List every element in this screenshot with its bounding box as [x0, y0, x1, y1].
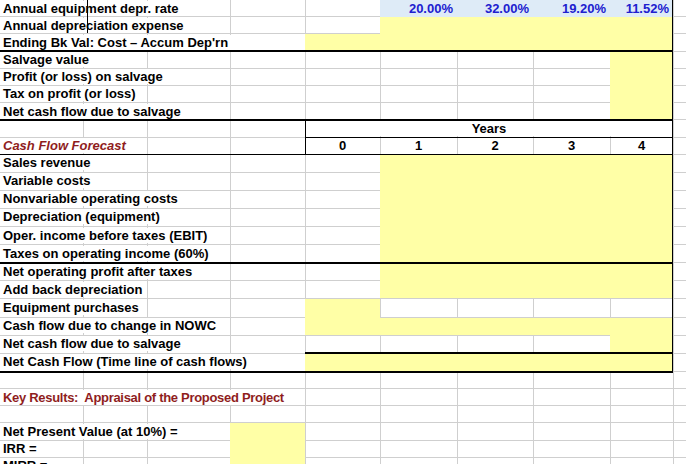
row-cff-title-and-year-cols: Cash Flow Forecast 0 1 2 3 4: [0, 138, 686, 155]
border-right-edge: [672, 0, 674, 372]
ebit-label: Oper. income before taxes (EBIT): [0, 228, 211, 243]
mirr-label: MIRR =: [0, 458, 51, 464]
row-nopat: Net operating profit after taxes: [0, 263, 686, 281]
mirr-input-cell[interactable]: [230, 458, 305, 464]
row-empty-2: [0, 406, 686, 423]
row-mirr: MIRR =: [0, 458, 686, 464]
net-cf-salvage-forecast-label: Net cash flow due to salvage: [0, 336, 185, 351]
row-irr: IRR =: [0, 441, 686, 458]
npv-label: Net Present Value (at 10%) =: [0, 424, 182, 439]
equipment-purchases-input-cell[interactable]: [305, 299, 380, 317]
ending-book-value-label: Ending Bk Val: Cost – Accum Dep'rn: [0, 35, 232, 50]
nopat-input-cells[interactable]: [380, 263, 673, 281]
depr-expense-input-cells[interactable]: [380, 17, 673, 34]
variable-costs-label: Variable costs: [0, 173, 94, 188]
depr-rate-year4-cell[interactable]: 11.52%: [610, 1, 673, 16]
sales-revenue-label: Sales revenue: [0, 155, 94, 170]
row-empty-1: [0, 372, 686, 389]
taxes-input-cells[interactable]: [380, 245, 673, 262]
net-cash-flow-label: Net Cash Flow (Time line of cash flows): [0, 354, 251, 369]
border-left-of-years-block: [305, 119, 306, 155]
add-back-depr-label: Add back depreciation: [0, 282, 146, 297]
row-salvage-value: Salvage value: [0, 52, 686, 69]
irr-input-cell[interactable]: [230, 441, 305, 458]
profit-on-salvage-label: Profit (or loss) on salvage: [0, 69, 167, 84]
annual-depr-rate-label: Annual equipment depr. rate: [0, 1, 183, 16]
year-col-header-1: 1: [380, 138, 457, 153]
salvage-value-label: Salvage value: [0, 52, 93, 67]
row-net-cf-salvage-forecast: Net cash flow due to salvage: [0, 336, 686, 354]
irr-label: IRR =: [0, 441, 41, 456]
nopat-label: Net operating profit after taxes: [0, 264, 196, 279]
row-variable-costs: Variable costs: [0, 173, 686, 191]
cell-cursor-artifact: [87, 0, 88, 33]
depr-rate-year3-cell[interactable]: 19.20%: [533, 1, 610, 16]
row-npv: Net Present Value (at 10%) =: [0, 423, 686, 440]
depreciation-equipment-input-cells[interactable]: [380, 209, 673, 227]
net-cf-salvage-input-cell[interactable]: [610, 103, 673, 119]
row-taxes-on-operating-income: Taxes on operating income (60%): [0, 245, 686, 263]
border-below-salvage-section: [0, 119, 673, 121]
nowc-label: Cash flow due to change in NOWC: [0, 318, 220, 333]
depr-rate-year2-cell[interactable]: 32.00%: [457, 1, 533, 16]
row-annual-depr-expense: Annual depreciation expense: [0, 17, 686, 34]
ebit-input-cells[interactable]: [380, 227, 673, 245]
tax-on-profit-label: Tax on profit (or loss): [0, 86, 140, 101]
tax-on-profit-input-cell[interactable]: [610, 86, 673, 103]
row-nowc-cash-flow: Cash flow due to change in NOWC: [0, 318, 686, 336]
row-net-cf-salvage: Net cash flow due to salvage: [0, 103, 686, 120]
row-nonvariable-costs: Nonvariable operating costs: [0, 191, 686, 209]
year-col-header-3: 3: [533, 138, 610, 153]
border-below-ending-book-value: [0, 50, 673, 52]
row-annual-depr-rate: Annual equipment depr. rate 20.00% 32.00…: [0, 0, 686, 17]
row-ending-book-value: Ending Bk Val: Cost – Accum Dep'rn: [0, 34, 686, 51]
row-key-results: Key Results: Appraisal of the Proposed P…: [0, 389, 686, 406]
row-depreciation-equipment: Depreciation (equipment): [0, 209, 686, 227]
key-results-title: Key Results: Appraisal of the Proposed P…: [0, 390, 288, 405]
equipment-purchases-label: Equipment purchases: [0, 300, 143, 315]
row-years-header: Years: [0, 120, 686, 137]
border-below-years-header: [305, 137, 673, 138]
spreadsheet-grid: Annual equipment depr. rate 20.00% 32.00…: [0, 0, 686, 464]
border-above-net-cash-flow: [305, 352, 673, 354]
net-cf-salvage-forecast-input-cell[interactable]: [610, 336, 673, 353]
nonvariable-costs-input-cells[interactable]: [380, 191, 673, 209]
cash-flow-forecast-title: Cash Flow Forecast: [0, 138, 130, 153]
profit-on-salvage-input-cell[interactable]: [610, 69, 673, 86]
nowc-input-cell-year4[interactable]: [610, 318, 673, 336]
year-col-header-4: 4: [610, 138, 673, 153]
nonvariable-costs-label: Nonvariable operating costs: [0, 191, 182, 206]
year-col-header-2: 2: [457, 138, 533, 153]
variable-costs-input-cells[interactable]: [380, 173, 673, 191]
depr-rate-year1-cell[interactable]: 20.00%: [380, 1, 457, 16]
taxes-label: Taxes on operating income (60%): [0, 246, 213, 261]
ending-book-value-input-cells[interactable]: [305, 34, 673, 50]
row-net-cash-flow: Net Cash Flow (Time line of cash flows): [0, 354, 686, 372]
row-add-back-depreciation: Add back depreciation: [0, 281, 686, 299]
depreciation-equipment-label: Depreciation (equipment): [0, 209, 164, 224]
border-below-net-cash-flow: [0, 371, 673, 373]
row-tax-on-profit: Tax on profit (or loss): [0, 86, 686, 103]
border-below-year-columns: [0, 154, 673, 155]
sales-revenue-input-cells[interactable]: [380, 155, 673, 173]
net-cf-salvage-label: Net cash flow due to salvage: [0, 104, 185, 119]
row-ebit: Oper. income before taxes (EBIT): [0, 227, 686, 245]
annual-depr-expense-label: Annual depreciation expense: [0, 18, 188, 33]
row-sales-revenue: Sales revenue: [0, 155, 686, 173]
year-col-header-0: 0: [305, 138, 380, 153]
row-equipment-purchases: Equipment purchases: [0, 299, 686, 317]
net-cash-flow-input-cells[interactable]: [305, 354, 673, 371]
add-back-depr-input-cells[interactable]: [380, 281, 673, 298]
border-below-taxes-row: [0, 262, 673, 264]
row-profit-on-salvage: Profit (or loss) on salvage: [0, 69, 686, 86]
salvage-value-input-cell[interactable]: [610, 52, 673, 69]
npv-input-cell[interactable]: [230, 423, 305, 440]
nowc-input-cells[interactable]: [305, 318, 610, 335]
years-header: Years: [305, 121, 673, 136]
